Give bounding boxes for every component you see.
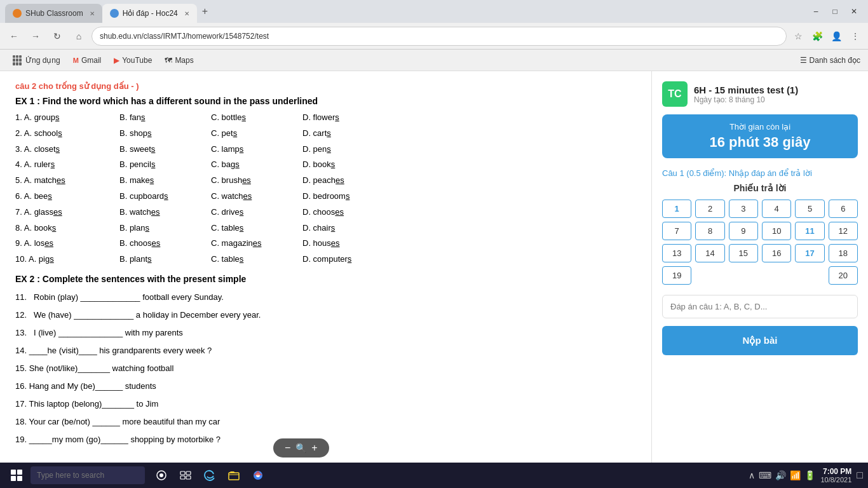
clock-date: 10/8/2021 (820, 476, 851, 484)
answer-cell-19[interactable]: 19 (662, 266, 691, 285)
answer-cell-empty2 (729, 266, 758, 285)
windows-icon (11, 470, 22, 481)
svg-rect-5 (186, 476, 191, 479)
start-button[interactable] (5, 464, 28, 487)
answer-cell-4[interactable]: 4 (762, 200, 791, 218)
answer-cell-14[interactable]: 14 (695, 244, 724, 262)
answer-cell-7[interactable]: 7 (662, 222, 691, 240)
extensions-icon[interactable]: 🧩 (810, 29, 825, 44)
taskbar-task-view[interactable] (174, 464, 197, 487)
submit-button[interactable]: Nộp bài (662, 326, 858, 355)
table-row: 8. A. books B. plans C. tables D. chairs (15, 222, 636, 235)
table-row: 5. A. matches B. makes C. brushes D. pea… (15, 174, 636, 187)
svg-rect-4 (180, 476, 185, 479)
window-controls: – □ ✕ (807, 3, 863, 20)
answer-cell-empty4 (795, 266, 824, 285)
answer-cell-1[interactable]: 1 (662, 200, 691, 218)
address-bar: ← → ↻ ⌂ ☆ 🧩 👤 ⋮ (0, 23, 868, 50)
new-tab-button[interactable]: + (197, 6, 213, 17)
answer-cell-16[interactable]: 16 (762, 244, 791, 262)
system-tray: ∧ ⌨ 🔊 📶 🔋 (749, 470, 815, 480)
answer-cell-2[interactable]: 2 (695, 200, 724, 218)
answer-grid: 1 2 3 4 5 6 7 8 9 10 11 12 13 14 15 16 1… (662, 200, 858, 285)
answer-cell-15[interactable]: 15 (729, 244, 758, 262)
table-row: 1. A. groups B. fans C. bottles D. flowe… (15, 111, 636, 125)
gmail-icon: M (73, 57, 79, 64)
question-label: Câu 1 (0.5 điểm): Nhập đáp án để trả lời (662, 168, 858, 178)
ex1-questions: 1. A. groups B. fans C. bottles D. flowe… (15, 111, 636, 266)
notification-button[interactable]: □ (857, 470, 863, 481)
zoom-in-button[interactable]: + (309, 442, 320, 454)
tab-hoc24-close[interactable]: ✕ (184, 10, 189, 17)
bookmark-star-icon[interactable]: ☆ (790, 29, 806, 44)
zoom-controls: − 🔍 + (273, 438, 329, 458)
bookmark-youtube[interactable]: ▶ YouTube (109, 53, 157, 67)
answer-cell-3[interactable]: 3 (729, 200, 758, 218)
taskbar-right: ∧ ⌨ 🔊 📶 🔋 7:00 PM 10/8/2021 □ (749, 467, 863, 484)
home-button[interactable]: ⌂ (70, 27, 88, 45)
maximize-button[interactable]: □ (826, 3, 844, 20)
table-row: 2. A. schools B. shops C. pets D. carts (15, 127, 636, 140)
bookmark-maps-label: Maps (175, 56, 193, 65)
taskbar-explorer[interactable] (222, 464, 245, 487)
reload-button[interactable]: ↻ (48, 27, 66, 45)
taskbar-chrome[interactable] (247, 464, 269, 487)
back-button[interactable]: ← (5, 27, 23, 45)
answer-cell-18[interactable]: 18 (829, 244, 858, 262)
test-info: 6H - 15 minutes test (1) Ngày tạo: 8 thá… (694, 85, 798, 104)
reading-list[interactable]: ☰ Danh sách đọc (800, 56, 860, 65)
answer-cell-5[interactable]: 5 (795, 200, 824, 218)
apps-grid-icon (13, 55, 23, 65)
taskbar-apps (150, 464, 269, 487)
menu-icon[interactable]: ⋮ (848, 29, 863, 44)
close-button[interactable]: ✕ (845, 3, 863, 20)
list-item: 17. This laptop (belong)_______ to Jim (15, 396, 636, 412)
answer-cell-20[interactable]: 20 (829, 266, 858, 285)
bookmark-apps[interactable]: Ứng dụng (8, 53, 65, 68)
answer-cell-9[interactable]: 9 (729, 222, 758, 240)
bookmark-gmail[interactable]: M Gmail (68, 53, 107, 67)
bookmarks-bar: Ứng dụng M Gmail ▶ YouTube 🗺 Maps ☰ Danh… (0, 50, 868, 71)
svg-point-1 (159, 473, 163, 477)
answer-cell-12[interactable]: 12 (829, 222, 858, 240)
list-item: 14. ____he (visit)____ his grandparents … (15, 342, 636, 359)
table-row: 10. A. pigs B. plants C. tables D. compu… (15, 253, 636, 266)
keyboard-icon[interactable]: ⌨ (759, 470, 771, 480)
tab-shub-close[interactable]: ✕ (90, 10, 95, 17)
taskbar-cortana[interactable] (150, 464, 173, 487)
list-item: 13. I (live) ______________ with my pare… (15, 325, 636, 341)
address-input[interactable] (92, 27, 787, 46)
clock[interactable]: 7:00 PM 10/8/2021 (820, 467, 851, 484)
profile-icon[interactable]: 👤 (829, 29, 844, 44)
test-avatar: TC (662, 81, 688, 107)
answer-cell-13[interactable]: 13 (662, 244, 691, 262)
answer-input[interactable] (662, 295, 858, 318)
taskbar-edge[interactable] (198, 464, 221, 487)
battery-icon[interactable]: 🔋 (804, 470, 815, 480)
taskbar-search[interactable] (31, 466, 145, 484)
svg-rect-6 (229, 473, 239, 480)
up-arrow-icon[interactable]: ∧ (749, 470, 755, 480)
forward-button[interactable]: → (27, 27, 44, 45)
tab-hoc24[interactable]: Hỏi đáp - Hoc24 ✕ (102, 4, 197, 23)
timer-value: 16 phút 38 giây (670, 134, 850, 151)
zoom-glass-icon: 🔍 (295, 443, 306, 453)
minimize-button[interactable]: – (807, 3, 825, 20)
list-item: 12. We (have) _____________ a holiday in… (15, 307, 636, 323)
table-row: 4. A. rulers B. pencils C. bags D. books (15, 158, 636, 172)
bookmark-youtube-label: YouTube (122, 56, 152, 65)
list-item: 11. Robin (play) _____________ football … (15, 289, 636, 306)
reading-list-icon: ☰ (800, 56, 807, 65)
answer-cell-6[interactable]: 6 (829, 200, 858, 218)
table-row: 7. A. glasses B. watches C. drives D. ch… (15, 206, 636, 219)
answer-cell-17[interactable]: 17 (795, 244, 824, 262)
test-created: Ngày tạo: 8 tháng 10 (694, 95, 798, 104)
bookmark-maps[interactable]: 🗺 Maps (159, 53, 198, 67)
volume-icon[interactable]: 🔊 (775, 470, 786, 480)
answer-cell-8[interactable]: 8 (695, 222, 724, 240)
network-icon[interactable]: 📶 (790, 470, 801, 480)
tab-shub[interactable]: SHub Classroom ✕ (5, 4, 102, 23)
answer-cell-10[interactable]: 10 (762, 222, 791, 240)
answer-cell-11[interactable]: 11 (795, 222, 824, 240)
zoom-out-button[interactable]: − (282, 442, 293, 454)
